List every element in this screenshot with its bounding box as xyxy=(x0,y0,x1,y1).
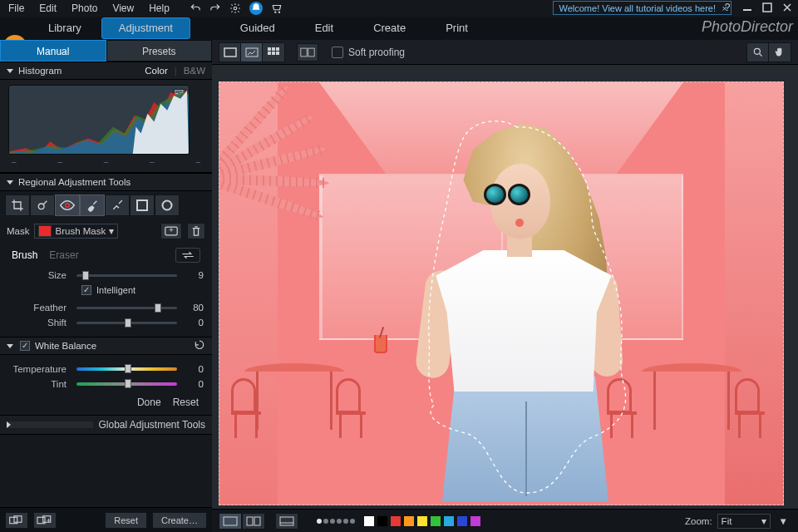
soft-proofing-checkbox[interactable]: Soft proofing xyxy=(332,47,405,58)
svg-rect-18 xyxy=(272,47,275,51)
histogram-mode-bw[interactable]: B&W xyxy=(184,66,205,76)
before-after-single-icon[interactable] xyxy=(219,513,242,530)
svg-rect-16 xyxy=(246,48,258,57)
cart-icon[interactable] xyxy=(271,2,283,14)
tab-library[interactable]: Library xyxy=(28,17,101,40)
redeye-tool-icon[interactable] xyxy=(55,195,80,216)
compare-view-icon[interactable] xyxy=(297,43,318,62)
view-single-icon[interactable] xyxy=(219,43,241,62)
slider-temperature-label: Temperature xyxy=(0,364,70,374)
slider-tint-value: 0 xyxy=(184,379,204,389)
chevron-down-icon[interactable]: ▼ xyxy=(776,516,791,526)
view-grid-icon[interactable] xyxy=(263,43,284,62)
add-mask-icon[interactable] xyxy=(160,223,182,239)
slider-feather[interactable] xyxy=(76,307,177,309)
svg-rect-26 xyxy=(224,517,237,525)
section-white-balance-label: White Balance xyxy=(35,341,96,351)
svg-point-9 xyxy=(163,201,172,210)
svg-point-6 xyxy=(66,204,70,208)
help-icon[interactable]: ? xyxy=(720,0,735,15)
close-window-icon[interactable] xyxy=(780,0,795,15)
gradient-mask-tool-icon[interactable] xyxy=(130,195,155,216)
tab-create[interactable]: Create xyxy=(353,17,426,40)
copy-adjustments-icon[interactable] xyxy=(5,512,28,529)
histogram-mode-color[interactable]: Color xyxy=(145,66,167,76)
smart-brush-tool-icon[interactable] xyxy=(105,195,130,216)
footer-create-button[interactable]: Create… xyxy=(152,512,207,529)
zoom-label: Zoom: xyxy=(685,516,712,526)
histogram-ticks: ––––– xyxy=(8,155,204,166)
slider-size[interactable] xyxy=(76,274,177,277)
gear-icon[interactable] xyxy=(229,2,241,14)
slider-shift-value: 0 xyxy=(184,318,204,328)
slider-feather-value: 80 xyxy=(184,303,204,313)
svg-rect-8 xyxy=(137,200,147,210)
view-single-image-icon[interactable] xyxy=(241,43,263,62)
svg-rect-29 xyxy=(280,517,293,525)
tutorial-banner[interactable]: Welcome! View all tutorial videos here! … xyxy=(553,1,732,15)
maximize-icon[interactable] xyxy=(760,0,775,15)
menu-view[interactable]: View xyxy=(112,2,134,14)
svg-rect-23 xyxy=(301,48,307,57)
chevron-down-icon: ▾ xyxy=(109,225,114,237)
collapse-icon xyxy=(7,69,13,73)
zoom-select[interactable]: Fit ▾ xyxy=(717,514,771,529)
tab-print[interactable]: Print xyxy=(426,17,488,40)
slider-temperature[interactable] xyxy=(76,367,177,371)
section-global-header[interactable]: Global Adjustment Tools xyxy=(0,415,212,435)
mode-eraser[interactable]: Eraser xyxy=(49,249,78,261)
brush-tool-icon[interactable] xyxy=(80,195,105,216)
radial-mask-tool-icon[interactable] xyxy=(155,195,180,216)
zoom-tool-icon[interactable] xyxy=(747,43,769,62)
svg-rect-1 xyxy=(743,9,751,11)
subtab-manual[interactable]: Manual xyxy=(0,40,106,62)
slider-shift[interactable] xyxy=(76,322,177,324)
undo-icon[interactable] xyxy=(190,2,201,14)
canvas-image[interactable] xyxy=(219,81,784,505)
brand-label: PhotoDirector xyxy=(702,18,793,36)
svg-rect-22 xyxy=(276,52,279,55)
svg-rect-2 xyxy=(763,3,771,12)
svg-rect-17 xyxy=(268,47,271,51)
before-after-split-icon[interactable] xyxy=(242,513,265,530)
notification-bell-icon[interactable] xyxy=(249,2,263,15)
menu-file[interactable]: File xyxy=(8,2,24,14)
svg-rect-21 xyxy=(272,52,275,55)
mode-brush[interactable]: Brush xyxy=(12,249,37,261)
slider-tint[interactable] xyxy=(76,382,177,386)
tab-guided[interactable]: Guided xyxy=(220,17,295,40)
redo-icon[interactable] xyxy=(209,2,221,14)
minimize-icon[interactable] xyxy=(740,0,755,15)
swap-mode-icon[interactable] xyxy=(175,248,200,263)
section-white-balance-header[interactable]: ✓ White Balance xyxy=(0,337,212,355)
slider-size-label: Size xyxy=(0,270,70,280)
paste-adjustments-icon[interactable] xyxy=(33,512,57,529)
mask-color-swatches[interactable] xyxy=(317,515,481,527)
footer-reset-button[interactable]: Reset xyxy=(105,512,147,529)
svg-rect-27 xyxy=(247,517,253,525)
section-histogram-header[interactable]: Histogram Color | B&W xyxy=(0,62,212,80)
menu-help[interactable]: Help xyxy=(149,2,170,14)
delete-mask-icon[interactable] xyxy=(187,223,205,239)
section-regional-header[interactable]: Regional Adjustment Tools xyxy=(0,173,212,191)
reset-button[interactable]: Reset xyxy=(173,397,199,408)
filmstrip-toggle-icon[interactable] xyxy=(275,513,298,530)
tab-edit[interactable]: Edit xyxy=(295,17,353,40)
tab-adjustment[interactable]: Adjustment xyxy=(101,17,190,39)
menu-photo[interactable]: Photo xyxy=(71,2,97,14)
section-regional-label: Regional Adjustment Tools xyxy=(18,177,131,187)
reset-section-icon[interactable] xyxy=(194,340,205,352)
menu-edit[interactable]: Edit xyxy=(39,2,57,14)
svg-rect-20 xyxy=(268,52,271,55)
crop-tool-icon[interactable] xyxy=(5,195,30,216)
slider-shift-label: Shift xyxy=(0,318,70,328)
subtab-presets[interactable]: Presets xyxy=(106,40,213,62)
spot-removal-tool-icon[interactable] xyxy=(30,195,55,216)
pan-tool-icon[interactable] xyxy=(769,43,791,62)
mask-color-swatch xyxy=(38,225,52,237)
slider-temperature-value: 0 xyxy=(184,364,204,374)
intelligent-checkbox[interactable]: ✓ Intelligent xyxy=(0,283,212,300)
mask-selector[interactable]: Brush Mask ▾ xyxy=(34,224,118,239)
tutorial-banner-label: Welcome! View all tutorial videos here! xyxy=(559,3,716,13)
done-button[interactable]: Done xyxy=(137,397,161,408)
